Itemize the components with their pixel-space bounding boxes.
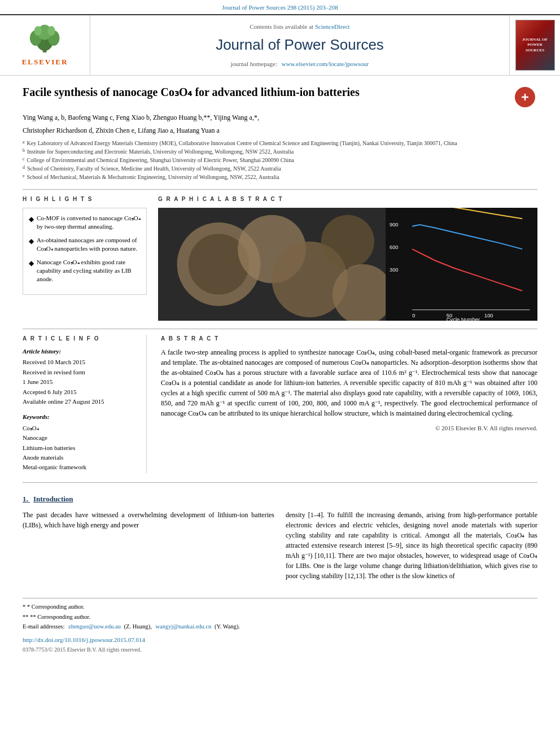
- section-divider-2: [23, 329, 537, 329]
- received-date: Received 10 March 2015: [23, 358, 138, 366]
- article-history-label: Article history:: [23, 347, 138, 356]
- footnotes-section: * * Corresponding author. ** ** Correspo…: [23, 598, 537, 654]
- svg-text:300: 300: [390, 267, 399, 273]
- crossmark-area: [515, 87, 537, 107]
- affil-sup-a: a: [23, 139, 25, 147]
- intro-section-number: 1.: [23, 495, 28, 503]
- revised-date: 1 June 2015: [23, 378, 138, 386]
- affiliation-c: c College of Environmental and Chemical …: [23, 156, 537, 164]
- graphical-abstract-image: 1 μm 1200 900 600 300 Cycle Number 0: [158, 208, 537, 321]
- bullet-3: ◆: [29, 259, 34, 284]
- footnote-corresponding-label: * Corresponding author.: [27, 604, 85, 610]
- email-label: E-mail addresses:: [23, 623, 64, 630]
- svg-point-16: [321, 215, 374, 268]
- keyword-1: Co₃O₄: [23, 424, 138, 433]
- copyright-line: © 2015 Elsevier B.V. All rights reserved…: [161, 424, 537, 433]
- keywords-label: Keywords:: [23, 413, 138, 421]
- homepage-link[interactable]: www.elsevier.com/locate/jpowsour: [282, 60, 369, 67]
- affil-text-b: Institute for Superconducting and Electr…: [27, 147, 294, 156]
- affil-text-d: School of Chemistry, Faculty of Science,…: [27, 164, 281, 173]
- journal-header-center: Contents lists available at ScienceDirec…: [90, 15, 509, 75]
- article-title-section: Facile synthesis of nanocage Co₃O₄ for a…: [23, 85, 537, 107]
- highlight-item-2: ◆ As-obtained nanocages are composed of …: [29, 236, 141, 254]
- graphical-abstract-label: G R A P H I C A L A B S T R A C T: [158, 195, 537, 203]
- highlights-graphical-section: H I G H L I G H T S ◆ Co-MOF is converte…: [23, 195, 537, 321]
- keyword-3: Lithium-ion batteries: [23, 444, 138, 452]
- journal-cover-image: JOURNAL OF POWER SOURCES: [515, 20, 555, 71]
- elsevier-tree-icon: [25, 24, 65, 55]
- crossmark-badge: [515, 87, 535, 107]
- svg-text:100: 100: [484, 312, 493, 318]
- affiliation-b: b Institute for Superconducting and Elec…: [23, 147, 537, 156]
- svg-text:600: 600: [390, 244, 399, 250]
- email1-name: (Z. Huang),: [124, 623, 152, 630]
- affil-sup-c: c: [23, 156, 25, 164]
- revised-label: Received in revised form: [23, 368, 138, 377]
- graphical-abstract-svg: 1 μm 1200 900 600 300 Cycle Number 0: [158, 208, 537, 321]
- keyword-5: Metal-organic framework: [23, 463, 138, 471]
- affiliations-section: a Key Laboratory of Advanced Energy Mate…: [23, 139, 537, 181]
- affiliation-e: e School of Mechanical, Materials & Mech…: [23, 173, 537, 181]
- elsevier-logo: ELSEVIER: [22, 24, 68, 67]
- issn-line: 0378-7753/© 2015 Elsevier B.V. All right…: [23, 646, 537, 654]
- svg-point-6: [47, 26, 55, 36]
- footnote-corresponding-double-label: ** Corresponding author.: [30, 614, 90, 620]
- homepage-label: journal homepage:: [231, 60, 277, 67]
- available-date: Available online 27 August 2015: [23, 397, 138, 406]
- email-2-link[interactable]: wangyj@nankai.edu.cn: [155, 623, 211, 630]
- article-info-label: A R T I C L E I N F O: [23, 335, 138, 343]
- journal-cover-label: JOURNAL OF POWER SOURCES: [516, 35, 554, 56]
- svg-text:0: 0: [412, 312, 415, 318]
- intro-left-text: The past decades have witnessed a overwh…: [23, 510, 274, 530]
- sciencedirect-link[interactable]: ScienceDirect: [315, 23, 350, 30]
- highlight-item-3: ◆ Nanocage Co₃O₄ exhibits good rate capa…: [29, 258, 141, 284]
- affil-text-a: Key Laboratory of Advanced Energy Materi…: [27, 139, 457, 147]
- journal-citation-text: Journal of Power Sources 298 (2015) 203–…: [222, 4, 338, 11]
- abstract-column: A B S T R A C T A facile two-step anneal…: [158, 335, 537, 473]
- journal-title: Journal of Power Sources: [102, 34, 498, 55]
- keywords-section: Keywords: Co₃O₄ Nanocage Lithium-ion bat…: [23, 413, 138, 471]
- email-1-link[interactable]: zhenguo@uow.edu.au: [68, 623, 121, 630]
- keyword-4: Anode materials: [23, 453, 138, 462]
- highlight-item-1: ◆ Co-MOF is converted to nanocage Co₃O₄ …: [29, 214, 141, 231]
- affil-sup-d: d: [23, 164, 25, 173]
- svg-text:900: 900: [390, 221, 399, 228]
- journal-cover-area: JOURNAL OF POWER SOURCES: [509, 15, 560, 75]
- keyword-2: Nanocage: [23, 434, 138, 442]
- journal-header: ELSEVIER Contents lists available at Sci…: [0, 14, 560, 76]
- introduction-section: 1. Introduction The past decades have wi…: [23, 494, 537, 581]
- graphical-abstract-column: G R A P H I C A L A B S T R A C T: [158, 195, 537, 321]
- footnote-corresponding-double: ** ** Corresponding author.: [23, 613, 537, 622]
- article-info-column: A R T I C L E I N F O Article history: R…: [23, 335, 147, 473]
- section-divider-3: [23, 482, 537, 483]
- authors-line2: Christopher Richardson d, Zhixin Chen e,…: [23, 126, 537, 136]
- footnote-corresponding-single: * * Corresponding author.: [23, 603, 537, 611]
- introduction-two-col: The past decades have witnessed a overwh…: [23, 510, 537, 581]
- highlights-column: H I G H L I G H T S ◆ Co-MOF is converte…: [23, 195, 147, 321]
- email2-name: (Y. Wang).: [215, 623, 240, 630]
- affiliation-d: d School of Chemistry, Faculty of Scienc…: [23, 164, 537, 173]
- footnote-single-star: *: [23, 604, 27, 610]
- affil-text-c: College of Environmental and Chemical En…: [27, 156, 294, 164]
- footnote-double-star: **: [23, 614, 30, 620]
- bullet-1: ◆: [29, 215, 34, 231]
- contents-available-line: Contents lists available at ScienceDirec…: [102, 23, 498, 31]
- highlight-text-1: Co-MOF is converted to nanocage Co₃O₄ by…: [37, 214, 141, 231]
- contents-text: Contents lists available at: [250, 23, 313, 30]
- intro-left-col: The past decades have witnessed a overwh…: [23, 510, 274, 581]
- doi-line[interactable]: http://dx.doi.org/10.1016/j.jpowsour.201…: [23, 636, 537, 644]
- article-info-abstract-section: A R T I C L E I N F O Article history: R…: [23, 335, 537, 473]
- elsevier-logo-area: ELSEVIER: [0, 15, 90, 75]
- highlight-text-3: Nanocage Co₃O₄ exhibits good rate capabi…: [37, 258, 141, 284]
- footnote-email-line: E-mail addresses: zhenguo@uow.edu.au (Z.…: [23, 623, 537, 631]
- intro-section-title: Introduction: [33, 495, 73, 503]
- elsevier-brand-text: ELSEVIER: [22, 57, 68, 67]
- affil-sup-b: b: [23, 147, 25, 156]
- highlights-label: H I G H L I G H T S: [23, 195, 147, 203]
- intro-right-text: density [1–4]. To fulfill the increasing…: [286, 510, 537, 581]
- abstract-text: A facile two-step annealing process is a…: [161, 347, 537, 418]
- section-divider-1: [23, 189, 537, 190]
- svg-rect-20: [386, 208, 537, 321]
- highlight-text-2: As-obtained nanocages are composed of Co…: [37, 236, 141, 254]
- intro-section-heading: 1. Introduction: [23, 494, 537, 504]
